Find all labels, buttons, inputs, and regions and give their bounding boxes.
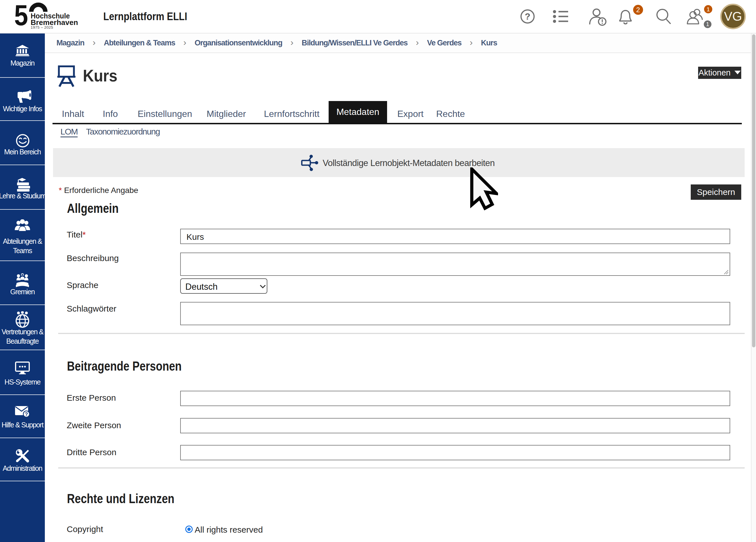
svg-text:5: 5 [14,2,28,31]
svg-text:?: ? [525,11,530,22]
svg-text:1975 – 2025: 1975 – 2025 [31,25,53,30]
svg-text:?: ? [25,411,28,417]
